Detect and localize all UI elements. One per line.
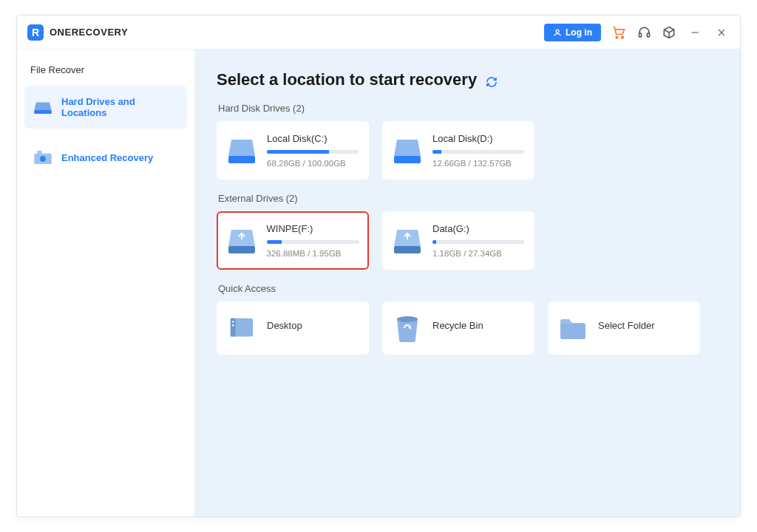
sidebar: File Recover Hard Drives and Locations E…	[17, 50, 194, 516]
sidebar-item-drives[interactable]: Hard Drives and Locations	[24, 86, 187, 129]
svg-point-19	[232, 324, 234, 326]
external-drive-icon	[393, 227, 422, 255]
usage-bar	[267, 150, 359, 154]
sidebar-heading: File Recover	[24, 64, 187, 86]
hdd-row: Local Disk(C:) 68.28GB / 100.00GB Local …	[217, 121, 718, 180]
quick-label: Recycle Bin	[432, 320, 483, 331]
camera-icon	[33, 149, 52, 166]
svg-rect-21	[560, 324, 585, 339]
quick-desktop[interactable]: Desktop	[217, 301, 369, 355]
cart-icon[interactable]	[611, 25, 626, 40]
drive-usage: 326.88MB / 1.95GB	[267, 249, 359, 258]
svg-point-18	[232, 321, 234, 322]
drive-name: Local Disk(D:)	[432, 133, 524, 144]
svg-rect-14	[228, 246, 255, 253]
page-title-row: Select a location to start recovery	[217, 70, 718, 89]
headset-icon[interactable]	[637, 25, 651, 40]
cube-icon[interactable]	[662, 25, 676, 40]
ext-row: WINPE(F:) 326.88MB / 1.95GB Data(G:) 1.1…	[217, 211, 718, 270]
hdd-icon	[33, 99, 52, 115]
app-name: ONERECOVERY	[50, 27, 128, 38]
drive-usage: 12.66GB / 132.57GB	[432, 159, 524, 168]
sidebar-item-enhanced[interactable]: Enhanced Recovery	[24, 139, 187, 176]
drive-card-g[interactable]: Data(G:) 1.18GB / 27.34GB	[382, 211, 534, 270]
quick-label: Select Folder	[598, 320, 655, 331]
recycle-bin-icon	[393, 313, 422, 343]
section-label-ext: External Drives (2)	[218, 193, 718, 204]
page-title: Select a location to start recovery	[217, 70, 477, 89]
svg-point-1	[616, 36, 618, 38]
usage-bar	[267, 240, 359, 244]
quick-select-folder[interactable]: Select Folder	[548, 301, 700, 355]
svg-point-2	[622, 36, 624, 38]
drive-card-c[interactable]: Local Disk(C:) 68.28GB / 100.00GB	[217, 121, 369, 180]
svg-point-20	[397, 316, 418, 322]
quick-label: Desktop	[267, 320, 302, 331]
svg-rect-15	[394, 246, 421, 253]
svg-point-0	[556, 30, 559, 33]
svg-rect-13	[394, 156, 421, 163]
internal-drive-icon	[227, 137, 257, 165]
drive-card-d[interactable]: Local Disk(D:) 12.66GB / 132.57GB	[382, 121, 534, 180]
section-label-quick: Quick Access	[218, 283, 718, 294]
sidebar-item-label: Enhanced Recovery	[61, 152, 153, 163]
svg-rect-12	[228, 156, 255, 163]
quick-recycle[interactable]: Recycle Bin	[382, 301, 534, 355]
app-logo: R	[27, 24, 44, 41]
app-window: R ONERECOVERY Log in File Recover	[16, 15, 741, 517]
usage-bar	[432, 240, 524, 244]
titlebar: R ONERECOVERY Log in	[17, 16, 740, 50]
folder-icon	[558, 313, 588, 343]
drive-card-f[interactable]: WINPE(F:) 326.88MB / 1.95GB	[217, 211, 369, 270]
internal-drive-icon	[393, 137, 422, 165]
drive-usage: 1.18GB / 27.34GB	[432, 249, 524, 258]
external-drive-icon	[227, 227, 257, 255]
drive-name: Data(G:)	[432, 223, 524, 234]
drive-name: Local Disk(C:)	[267, 133, 359, 144]
minimize-button[interactable]	[687, 24, 703, 41]
close-button[interactable]	[713, 24, 730, 41]
drive-name: WINPE(F:)	[267, 223, 359, 234]
svg-rect-3	[639, 33, 641, 37]
svg-rect-10	[37, 151, 42, 154]
svg-rect-4	[647, 33, 649, 37]
svg-point-11	[40, 156, 46, 162]
drive-usage: 68.28GB / 100.00GB	[267, 159, 359, 168]
section-label-hdd: Hard Disk Drives (2)	[218, 103, 718, 114]
main-panel: Select a location to start recovery Hard…	[194, 50, 740, 516]
quick-row: Desktop Recycle Bin Select Folder	[217, 301, 718, 355]
login-label: Log in	[566, 27, 592, 38]
usage-bar	[432, 150, 524, 154]
sidebar-item-label: Hard Drives and Locations	[61, 96, 178, 118]
user-icon	[553, 28, 562, 37]
login-button[interactable]: Log in	[544, 24, 601, 41]
refresh-icon[interactable]	[486, 73, 499, 86]
desktop-icon	[227, 313, 257, 343]
svg-rect-8	[34, 110, 51, 114]
